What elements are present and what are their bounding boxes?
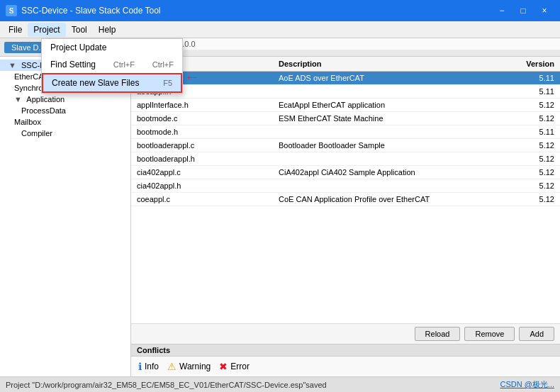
file-version: 5.12	[510, 166, 560, 179]
tree-item-compiler[interactable]: Compiler	[0, 128, 130, 139]
table-row[interactable]: bootloaderappl.h 5.12	[131, 152, 560, 166]
col-header-version: Version	[510, 58, 560, 69]
find-setting-key: Ctrl+F	[152, 60, 174, 69]
status-bar: Project "D:/work/program/air32_EM58_EC/E…	[0, 376, 560, 392]
tree-label-app: Application	[26, 95, 65, 103]
table-row[interactable]: coeappl.c CoE CAN Application Profile ov…	[131, 193, 560, 206]
tree-toggle-root: ▼	[9, 61, 16, 69]
menu-bar: File Project Tool Help	[0, 21, 560, 38]
file-desc: AoE ADS over EtherCAT	[273, 72, 510, 84]
col-header-desc: Description	[273, 58, 510, 69]
create-slave-shortcut: F5	[163, 79, 172, 87]
file-desc	[273, 89, 510, 94]
tree-label-mailbox: Mailbox	[14, 118, 41, 126]
conflict-info: ℹ Info	[138, 361, 159, 372]
project-update-label: Project Update	[50, 43, 106, 52]
error-label: Error	[230, 362, 250, 371]
add-button[interactable]: Add	[519, 327, 554, 341]
project-dropdown: Project Update Find Setting Ctrl+F Ctrl+…	[41, 38, 183, 94]
tree-item-processdata[interactable]: ProcessData	[0, 105, 130, 116]
status-bar-right[interactable]: CSDN @极光...	[500, 379, 554, 390]
version-info: 5.12 ers:1.4.0.0	[131, 38, 560, 50]
file-name: bootloaderappl.h	[131, 152, 273, 165]
project-update-item[interactable]: Project Update	[42, 39, 182, 56]
file-version: 5.11	[510, 72, 560, 84]
find-setting-shortcut: Ctrl+F	[113, 60, 135, 69]
create-slave-files-item[interactable]: Create new Slave Files F5	[42, 73, 182, 93]
window-title: SSC-Device - Slave Stack Code Tool	[21, 6, 492, 16]
conflict-error: ✖ Error	[219, 361, 250, 372]
file-version: 5.12	[510, 139, 560, 152]
table-row[interactable]: aoeappl.h 5.11	[131, 85, 560, 99]
conflicts-area: Conflicts ℹ Info ⚠ Warning ✖ Error	[131, 344, 560, 376]
conflicts-icons: ℹ Info ⚠ Warning ✖ Error	[131, 357, 560, 376]
window-controls[interactable]: − □ ×	[492, 4, 554, 18]
minimize-button[interactable]: −	[492, 4, 512, 18]
file-name: bootmode.h	[131, 125, 273, 138]
file-version: 5.12	[510, 193, 560, 206]
find-setting-item[interactable]: Find Setting Ctrl+F Ctrl+F	[42, 56, 182, 73]
file-name: bootmode.c	[131, 112, 273, 125]
table-row[interactable]: bootmode.c ESM EtherCAT State Machine 5.…	[131, 112, 560, 125]
table-row[interactable]: applInterface.h EcatAppl EtherCAT applic…	[131, 99, 560, 112]
tree-label-processdata: ProcessData	[21, 106, 66, 115]
file-table: aoeappl.c AoE ADS over EtherCAT 5.11 aoe…	[131, 72, 560, 323]
menu-help[interactable]: Help	[93, 23, 122, 37]
warning-icon: ⚠	[167, 361, 177, 372]
file-name: bootloaderappl.c	[131, 139, 273, 152]
file-name: coeappl.c	[131, 193, 273, 206]
file-version: 5.12	[510, 179, 560, 192]
table-row[interactable]: bootmode.h 5.11	[131, 125, 560, 139]
file-version: 5.11	[510, 85, 560, 98]
file-desc	[273, 157, 510, 161]
file-desc	[273, 130, 510, 134]
remove-button[interactable]: Remove	[464, 327, 515, 341]
warning-label: Warning	[179, 362, 211, 371]
menu-tool[interactable]: Tool	[66, 23, 93, 37]
table-row[interactable]: cia402appl.h 5.12	[131, 179, 560, 193]
close-button[interactable]: ×	[534, 4, 554, 18]
info-label: Info	[145, 362, 159, 371]
title-bar: S SSC-Device - Slave Stack Code Tool − □…	[0, 0, 560, 21]
file-desc: CiA402appl CiA402 Sample Application	[273, 166, 510, 179]
status-text: Project "D:/work/program/air32_EM58_EC/E…	[6, 381, 327, 389]
error-icon: ✖	[219, 361, 228, 372]
file-version: 5.12	[510, 99, 560, 111]
conflict-warning: ⚠ Warning	[167, 361, 211, 372]
file-desc: CoE CAN Application Profile over EtherCA…	[273, 193, 510, 206]
file-name: applInterface.h	[131, 99, 273, 111]
content-area: Description Version aoeappl.c AoE ADS ov…	[131, 57, 560, 376]
tree-item-app[interactable]: ▼ Application	[0, 94, 130, 105]
menu-project[interactable]: Project	[28, 23, 65, 37]
tree-label-compiler: Compiler	[21, 129, 52, 138]
file-name: cia402appl.h	[131, 179, 273, 192]
find-setting-label: Find Setting	[50, 60, 96, 69]
file-version: 5.11	[510, 125, 560, 138]
create-slave-label: Create new Slave Files	[52, 78, 139, 88]
file-version: 5.12	[510, 152, 560, 165]
main-area: ▼ SSC-D... EtherCAT State Machine Synchr…	[0, 57, 560, 376]
file-desc: ESM EtherCAT State Machine	[273, 112, 510, 125]
reload-button[interactable]: Reload	[415, 327, 461, 341]
app-icon: S	[6, 5, 17, 16]
file-name: cia402appl.c	[131, 166, 273, 179]
sidebar-tree: ▼ SSC-D... EtherCAT State Machine Synchr…	[0, 57, 131, 376]
file-desc	[273, 184, 510, 188]
conflicts-header: Conflicts	[131, 345, 560, 357]
maximize-button[interactable]: □	[513, 4, 533, 18]
tree-item-mailbox[interactable]: Mailbox	[0, 116, 130, 128]
menu-file[interactable]: File	[3, 23, 28, 37]
file-desc: EcatAppl EtherCAT application	[273, 99, 510, 111]
table-row[interactable]: cia402appl.c CiA402appl CiA402 Sample Ap…	[131, 166, 560, 179]
file-version: 5.12	[510, 112, 560, 125]
tree-toggle-app: ▼	[14, 95, 22, 103]
table-row[interactable]: bootloaderappl.c Bootloader Bootloader S…	[131, 139, 560, 152]
file-desc: Bootloader Bootloader Sample	[273, 139, 510, 152]
info-icon: ℹ	[138, 361, 142, 372]
red-arrow-indicator: ←	[184, 68, 200, 86]
action-row: Reload Remove Add	[131, 323, 560, 344]
